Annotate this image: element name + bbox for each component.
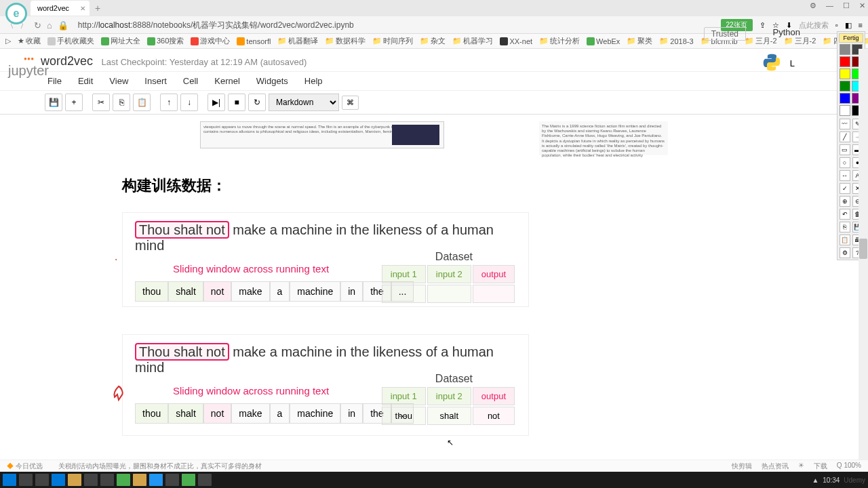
new-tab-icon[interactable]: + xyxy=(95,3,100,14)
move-down-button[interactable]: ↓ xyxy=(180,94,198,111)
menu-edit[interactable]: Edit xyxy=(78,76,93,86)
edge-icon[interactable] xyxy=(52,474,65,486)
color-swatch[interactable] xyxy=(840,56,850,67)
undo-tool-icon[interactable]: ↶ xyxy=(840,209,850,220)
cell-type-select[interactable]: Markdown xyxy=(269,94,339,111)
search-hint[interactable]: 点此搜索 xyxy=(799,20,829,30)
settings-icon[interactable]: ⚙ xyxy=(810,1,816,10)
bookmark-item[interactable]: 360搜索 xyxy=(147,36,184,46)
browser-logo-icon[interactable]: e xyxy=(5,3,27,24)
tab-active[interactable]: word2vec ✕ xyxy=(31,1,90,16)
cut-button[interactable]: ✂ xyxy=(92,94,110,111)
save-button[interactable]: 💾 xyxy=(45,94,62,111)
trusted-badge[interactable]: Trusted xyxy=(704,27,746,41)
double-arrow-tool-icon[interactable]: ↔ xyxy=(840,170,850,181)
scrollbar-thumb[interactable] xyxy=(859,239,867,259)
extension-icon[interactable]: ▫ xyxy=(835,21,838,29)
share-icon[interactable]: ⇪ xyxy=(760,21,766,30)
menu-help[interactable]: Help xyxy=(304,76,323,86)
status-zoom[interactable]: Q 100% xyxy=(837,462,861,471)
status-item[interactable]: 热点资讯 xyxy=(762,462,789,471)
menu-kernel[interactable]: Kernel xyxy=(214,76,240,86)
zoom-in-tool-icon[interactable]: ⊕ xyxy=(840,196,850,207)
copy-button[interactable]: ⎘ xyxy=(113,94,130,111)
check-tool-icon[interactable]: ✓ xyxy=(840,183,850,194)
app-icon[interactable] xyxy=(149,474,163,486)
add-cell-button[interactable]: + xyxy=(65,94,83,111)
menu-widgets[interactable]: Widgets xyxy=(256,76,288,86)
app-icon[interactable] xyxy=(84,474,98,486)
close-icon[interactable]: ✕ xyxy=(859,1,865,10)
ellipse-tool-icon[interactable]: ○ xyxy=(840,157,850,168)
menu-file[interactable]: File xyxy=(47,76,62,86)
bookmark-item[interactable]: 游戏中心 xyxy=(191,36,230,46)
url-input[interactable]: http://localhost:8888/notebooks/机器学习实战集锦… xyxy=(74,18,715,33)
bookmark-item[interactable]: 手机收藏夹 xyxy=(47,36,94,46)
maximize-icon[interactable]: ☐ xyxy=(843,1,850,10)
status-item[interactable]: 快剪辑 xyxy=(732,462,752,471)
bookmark-item[interactable]: 📁聚类 xyxy=(627,36,652,46)
bookmark-item[interactable]: 📁杂文 xyxy=(420,36,446,46)
reload-icon[interactable]: ↻ xyxy=(34,20,41,30)
vertical-scrollbar[interactable] xyxy=(859,49,868,460)
paste-button[interactable]: 📋 xyxy=(133,94,151,111)
settings-tool-icon[interactable]: ⚙ xyxy=(840,247,850,258)
home-icon[interactable]: ⌂ xyxy=(47,20,52,30)
color-swatch[interactable] xyxy=(840,105,850,116)
color-swatch[interactable] xyxy=(840,68,850,79)
menu-cell[interactable]: Cell xyxy=(183,76,198,86)
color-swatch[interactable] xyxy=(840,44,850,55)
bookmark-item[interactable]: 📁机器翻译 xyxy=(277,36,318,46)
bookmark-item[interactable]: WebEx xyxy=(587,37,620,45)
color-swatch[interactable] xyxy=(840,81,850,92)
start-button[interactable] xyxy=(3,474,16,486)
menu-insert[interactable]: Insert xyxy=(144,76,167,86)
app-icon[interactable] xyxy=(117,474,130,486)
bookmark-item[interactable]: 📁三月-2 xyxy=(784,36,816,46)
bookmark-item[interactable]: 📁统计分析 xyxy=(539,36,580,46)
kernel-indicator[interactable]: Python xyxy=(773,27,800,37)
rect-tool-icon[interactable]: ▭ xyxy=(840,144,850,155)
cortana-icon[interactable] xyxy=(19,474,33,486)
sidebar-icon[interactable]: ◧ xyxy=(845,21,852,30)
stop-button[interactable]: ■ xyxy=(228,94,245,111)
done-button[interactable]: Fertig xyxy=(839,33,863,43)
status-news[interactable]: 关税削活动内场照曝光，腿围和身材不成正比，真实不可多得的身材 xyxy=(58,462,262,470)
app-icon[interactable] xyxy=(198,474,212,486)
run-button[interactable]: ▶| xyxy=(208,94,225,111)
bookmark-item[interactable]: XX-net xyxy=(500,37,532,45)
status-left[interactable]: 今日优选 xyxy=(16,462,43,470)
status-icon[interactable]: ◆ xyxy=(7,462,14,470)
menu-view[interactable]: View xyxy=(109,76,128,86)
copy-tool-icon[interactable]: ⎘ xyxy=(840,222,850,232)
bookmark-item[interactable]: 📁时间序列 xyxy=(372,36,413,46)
explorer-icon[interactable] xyxy=(68,474,81,486)
line-tool-icon[interactable]: ╱ xyxy=(840,131,850,142)
status-item[interactable]: 下载 xyxy=(814,462,827,471)
bookmark-item[interactable]: 📁数据科学 xyxy=(325,36,366,46)
app-icon[interactable] xyxy=(165,474,179,486)
status-item[interactable]: ☀ xyxy=(798,462,804,471)
clipboard-tool-icon[interactable]: 📋 xyxy=(840,235,850,245)
app-icon[interactable] xyxy=(133,474,146,486)
bookmark-menu-icon[interactable]: ▷ xyxy=(5,37,11,45)
bookmark-item[interactable]: 📁机器学习 xyxy=(452,36,493,46)
tab-close-icon[interactable]: ✕ xyxy=(80,5,85,12)
bookmark-item[interactable]: tensorfl xyxy=(237,37,271,45)
move-up-button[interactable]: ↑ xyxy=(160,94,178,111)
app-icon[interactable] xyxy=(100,474,114,486)
minimize-icon[interactable]: — xyxy=(826,1,833,10)
tray-icon[interactable]: ▲ xyxy=(812,476,818,484)
pen-tool-icon[interactable]: 〰 xyxy=(840,119,850,129)
app-icon[interactable] xyxy=(182,474,195,486)
command-palette-button[interactable]: ⌘ xyxy=(342,96,359,110)
bookmark-item[interactable]: 网址大全 xyxy=(101,36,140,46)
color-swatch[interactable] xyxy=(840,93,850,104)
bookmark-item[interactable]: 📁2018-3 xyxy=(659,37,693,45)
bookmark-item[interactable]: 📁三月-2 xyxy=(745,36,777,46)
taskview-icon[interactable] xyxy=(35,474,49,486)
jupyter-logo-icon[interactable]: ● ● ● jupyter xyxy=(8,56,49,79)
bookmark-item[interactable]: ★ 收藏 xyxy=(18,36,41,46)
logout-button[interactable]: L xyxy=(790,58,795,68)
restart-button[interactable]: ↻ xyxy=(248,94,266,111)
